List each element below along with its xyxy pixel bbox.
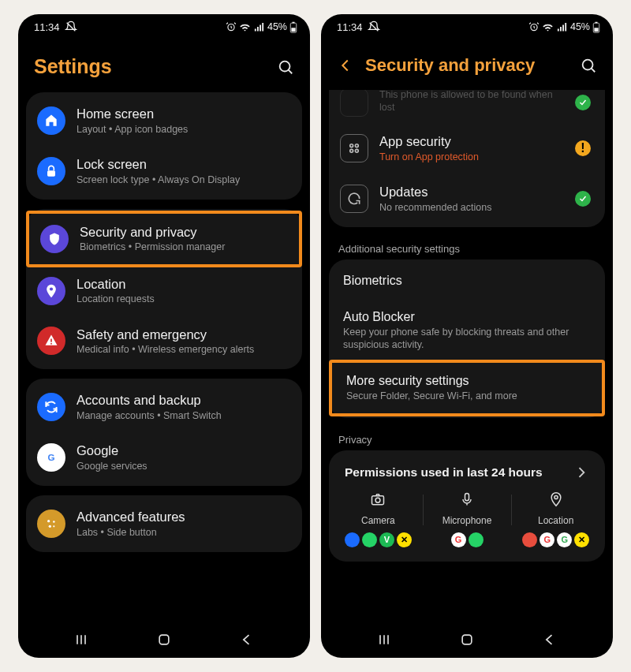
perm-label: Microphone	[442, 515, 492, 526]
clipped-text: This phone is allowed to be found when l…	[379, 90, 564, 114]
location-icon	[548, 491, 564, 510]
item-title: Biometrics	[343, 273, 591, 289]
header: Security and privacy	[321, 38, 613, 90]
item-title: Google	[77, 442, 288, 459]
app-icon	[522, 532, 537, 547]
svg-rect-18	[596, 21, 598, 23]
item-sub: Layout • App icon badges	[77, 123, 288, 136]
svg-rect-5	[47, 170, 55, 177]
perm-label: Camera	[361, 515, 395, 526]
security-item-app-security[interactable]: App security Turn on App protection !	[329, 123, 605, 174]
google-icon: G	[37, 443, 65, 472]
settings-item-security-and-privacy[interactable]: Security and privacy Biometrics • Permis…	[26, 211, 302, 267]
settings-screen: 11:34 45% Settings Home screen Layout • …	[18, 14, 310, 658]
status-time: 11:34	[34, 21, 60, 33]
settings-item-home-screen[interactable]: Home screen Layout • App icon badges	[26, 95, 302, 146]
item-sub: Turn on App protection	[379, 151, 564, 163]
item-title: Accounts and backup	[77, 392, 288, 409]
app-icon: G	[557, 532, 572, 547]
perm-col-camera[interactable]: Camera V✕	[334, 491, 423, 547]
status-ok-icon	[575, 95, 591, 110]
alert-icon	[37, 327, 65, 355]
svg-point-22	[355, 144, 358, 147]
nav-back[interactable]	[239, 632, 255, 648]
item-sub: Medical info • Wireless emergency alerts	[77, 343, 288, 356]
sync-icon	[37, 393, 65, 421]
item-sub: No recommended actions	[379, 201, 564, 214]
app-icon: ✕	[397, 532, 412, 547]
settings-item-google[interactable]: G Google Google services	[26, 432, 302, 483]
svg-point-20	[583, 60, 593, 70]
svg-rect-7	[50, 339, 52, 342]
svg-point-4	[280, 61, 290, 71]
search-icon[interactable]	[277, 58, 294, 76]
svg-point-24	[355, 149, 358, 152]
back-icon[interactable]	[337, 57, 354, 74]
item-title: Home screen	[77, 106, 288, 122]
pin-icon	[37, 277, 65, 305]
status-time: 11:34	[337, 21, 363, 33]
perm-col-microphone[interactable]: Microphone G	[423, 491, 512, 547]
nav-home[interactable]	[156, 632, 172, 648]
settings-item-safety-and-emergency[interactable]: Safety and emergency Medical info • Wire…	[26, 316, 302, 367]
item-sub: Screen lock type • Always On Display	[77, 174, 288, 186]
svg-rect-3	[291, 28, 295, 32]
shield-icon	[40, 225, 69, 253]
item-sub: Biometrics • Permission manager	[80, 241, 285, 253]
header: Settings	[18, 38, 310, 92]
android-navbar	[18, 623, 310, 658]
item-title: Safety and emergency	[77, 327, 288, 343]
status-battery: 45%	[570, 21, 590, 32]
app-icon	[469, 532, 484, 547]
svg-point-6	[50, 287, 53, 290]
addl-item-auto-blocker[interactable]: Auto Blocker Keep your phone safe by blo…	[329, 299, 605, 362]
nav-recents[interactable]	[73, 632, 89, 648]
dnd-icon	[65, 21, 77, 33]
settings-item-advanced-features[interactable]: Advanced features Labs • Side button	[26, 498, 302, 549]
page-title: Settings	[34, 55, 112, 78]
svg-rect-15	[159, 635, 169, 644]
wifi-icon	[542, 21, 554, 33]
perm-col-location[interactable]: Location GG✕	[511, 491, 600, 547]
section-privacy: Privacy	[329, 427, 605, 450]
addl-item-more-security-settings[interactable]: More security settings Secure Folder, Se…	[329, 360, 605, 416]
nav-recents[interactable]	[376, 632, 392, 648]
nav-back[interactable]	[542, 632, 558, 648]
wifi-icon	[239, 21, 251, 33]
security-privacy-screen: 11:34 45% Security and privacy This phon…	[321, 14, 613, 658]
security-list[interactable]: This phone is allowed to be found when l…	[321, 90, 613, 623]
statusbar: 11:34 45%	[321, 14, 613, 38]
permissions-card[interactable]: Permissions used in last 24 hours Camera…	[329, 450, 605, 562]
addl-item-biometrics[interactable]: Biometrics	[329, 263, 605, 299]
status-warn-icon: !	[575, 140, 591, 156]
signal-icon	[556, 21, 568, 33]
settings-item-accounts-and-backup[interactable]: Accounts and backup Manage accounts • Sm…	[26, 382, 302, 432]
item-sub: Secure Folder, Secure Wi-Fi, and more	[346, 390, 588, 402]
signal-icon	[253, 21, 265, 33]
app-icon	[362, 532, 377, 547]
lock-icon	[37, 157, 65, 185]
settings-item-location[interactable]: Location Location requests	[26, 266, 302, 316]
security-item-updates[interactable]: Updates No recommended actions	[329, 174, 605, 224]
battery-icon	[289, 21, 297, 33]
svg-point-28	[554, 495, 558, 498]
app-icon: ✕	[574, 532, 589, 547]
camera-icon	[370, 491, 386, 510]
svg-text:G: G	[47, 452, 54, 462]
svg-point-14	[53, 525, 54, 527]
svg-point-12	[53, 521, 55, 523]
svg-point-26	[375, 498, 380, 502]
search-icon[interactable]	[580, 57, 597, 74]
settings-list[interactable]: Home screen Layout • App icon badges Loc…	[18, 92, 310, 623]
android-navbar	[321, 623, 613, 658]
refresh-icon	[340, 185, 368, 213]
svg-point-11	[47, 520, 50, 522]
item-title: Security and privacy	[80, 224, 285, 241]
app-icon: V	[379, 532, 394, 547]
sparkle-icon	[37, 510, 65, 538]
settings-item-lock-screen[interactable]: Lock screen Screen lock type • Always On…	[26, 146, 302, 196]
nav-home[interactable]	[459, 632, 475, 648]
svg-point-13	[49, 525, 51, 528]
svg-rect-8	[50, 343, 52, 345]
item-title: App security	[379, 133, 564, 150]
